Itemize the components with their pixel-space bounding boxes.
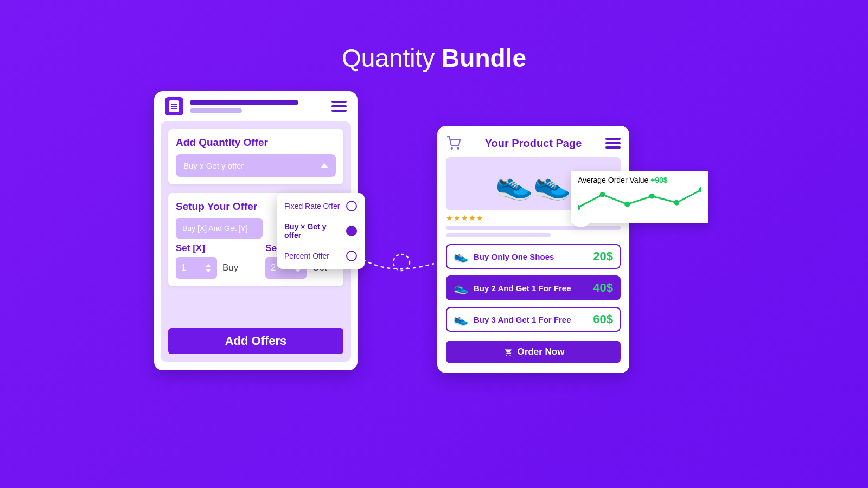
dropdown-option-percent[interactable]: Percent Offer: [284, 251, 357, 261]
product-page-title: Your Product Page: [468, 137, 599, 150]
svg-point-0: [393, 254, 410, 271]
shoe-icon: 👟: [454, 281, 468, 295]
product-header: Your Product Page: [446, 133, 621, 153]
radio-icon: [346, 201, 357, 211]
stepper-down-icon[interactable]: [295, 269, 301, 272]
stepper-up-icon[interactable]: [205, 264, 212, 267]
radio-icon: [346, 251, 357, 261]
menu-icon[interactable]: [605, 138, 621, 149]
clipboard-icon: [165, 97, 183, 115]
title-light: Quantity: [342, 44, 442, 72]
shoe-icon: 👟: [454, 312, 468, 326]
add-quantity-title: Add Quantity Offer: [176, 137, 336, 149]
menu-icon[interactable]: [331, 101, 347, 112]
offer-type-dropdown: Fixed Rate Offer Buy × Get y offer Perce…: [277, 193, 365, 269]
offer-type-value: Buy x Get y offer: [183, 161, 244, 170]
placeholder-line: [446, 226, 621, 230]
offer-option-3[interactable]: 👟 Buy 3 And Get 1 For Free 60$: [446, 307, 621, 332]
cart-icon: [446, 136, 461, 150]
add-offers-button[interactable]: Add Offers: [168, 328, 343, 354]
admin-header: [154, 91, 358, 121]
aov-chart: [578, 187, 701, 220]
offer-template-input[interactable]: Buy [X] And Get [Y]: [176, 218, 263, 239]
dropdown-option-fixed-rate[interactable]: Fixed Rate Offer: [284, 201, 357, 211]
svg-point-8: [649, 194, 655, 199]
placeholder-line: [446, 233, 551, 237]
svg-point-7: [624, 202, 630, 207]
title-bold: Bundle: [442, 44, 526, 72]
cart-icon: [502, 347, 513, 357]
shoe-icon: 👟: [454, 249, 468, 264]
quantity-x-stepper[interactable]: 1: [176, 257, 217, 279]
offer-price: 60$: [593, 312, 613, 326]
set-x-column: Set [X] 1 Buy: [176, 243, 238, 279]
offer-price: 20$: [593, 249, 613, 264]
offer-price: 40$: [593, 281, 613, 295]
speech-bubble-tail-icon: [570, 221, 592, 233]
offer-type-select[interactable]: Buy x Get y offer: [176, 154, 336, 177]
buy-suffix: Buy: [222, 262, 238, 273]
aov-delta: +90$: [650, 176, 668, 184]
aov-label: Average Order Value +90$: [578, 176, 701, 184]
set-x-label: Set [X]: [176, 243, 238, 254]
svg-point-3: [506, 355, 507, 356]
offer-option-1[interactable]: 👟 Buy Only One Shoes 20$: [446, 244, 621, 269]
chevron-up-icon: [321, 163, 328, 168]
stepper-down-icon[interactable]: [205, 269, 212, 272]
svg-point-6: [600, 192, 605, 197]
page-title: Quantity Bundle: [342, 43, 526, 73]
header-placeholder-lines: [190, 100, 298, 113]
dropdown-option-buy-x-get-y[interactable]: Buy × Get y offer: [284, 222, 357, 240]
svg-point-4: [509, 355, 510, 356]
svg-point-9: [674, 200, 679, 206]
product-page-preview: Your Product Page 👟👟 ★★★★★ 👟 Buy Only On…: [437, 126, 629, 373]
svg-point-2: [458, 148, 459, 149]
add-quantity-block: Add Quantity Offer Buy x Get y offer: [168, 129, 343, 184]
offer-option-2[interactable]: 👟 Buy 2 And Get 1 For Free 40$: [446, 275, 621, 300]
svg-point-1: [451, 148, 452, 149]
radio-icon: [346, 226, 357, 236]
order-now-button[interactable]: Order Now: [446, 341, 621, 363]
aov-metric-card: Average Order Value +90$: [571, 171, 708, 223]
shoe-icon: 👟👟: [495, 169, 571, 199]
